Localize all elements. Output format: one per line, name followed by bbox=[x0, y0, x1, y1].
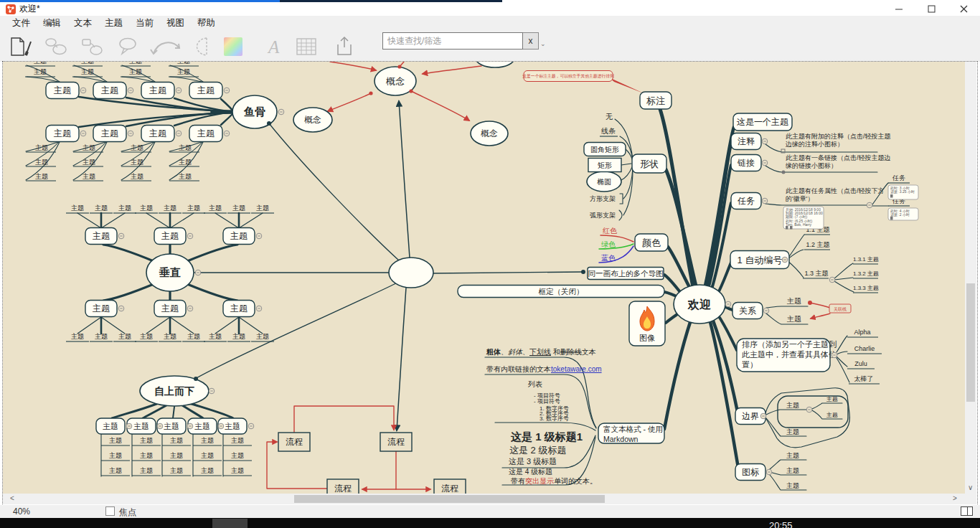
minimize-button[interactable] bbox=[883, 1, 915, 16]
mindmap-node-流程[interactable]: 流程 bbox=[380, 433, 412, 451]
collapse-toggle[interactable] bbox=[766, 469, 772, 475]
zoom-level[interactable]: 40% bbox=[13, 506, 30, 517]
scroll-right-icon[interactable]: > bbox=[953, 494, 957, 502]
mindmap-node-sort[interactable]: 排序（添加另一个子主题到此主题中，并查看其具体位置） bbox=[737, 339, 837, 372]
vertical-scrollbar-thumb[interactable] bbox=[966, 283, 975, 402]
mindmap-node-矩形[interactable]: 矩形 bbox=[588, 159, 621, 172]
mindmap-node-richtext[interactable]: 富文本格式 - 使用Markdown bbox=[598, 423, 664, 443]
mindmap-node-关系[interactable]: 关系 bbox=[732, 303, 763, 319]
task-badge[interactable]: 耗时: 3 小时进度: 3.25 小时 bbox=[888, 185, 918, 199]
font-icon[interactable]: A bbox=[261, 35, 284, 58]
collapse-toggle[interactable] bbox=[128, 131, 133, 136]
collapse-toggle[interactable] bbox=[187, 423, 193, 429]
mindmap-node-主题[interactable]: 主题 bbox=[46, 82, 79, 99]
collapse-toggle[interactable] bbox=[762, 138, 768, 144]
mindmap-node-形状[interactable]: 形状 bbox=[632, 154, 666, 173]
collapse-toggle[interactable] bbox=[256, 233, 262, 239]
collapse-toggle[interactable] bbox=[806, 407, 812, 412]
mindmap-node-概念[interactable]: 概念 bbox=[471, 121, 508, 146]
mindmap-node-垂直[interactable]: 垂直 bbox=[146, 254, 194, 291]
add-subtopic-icon[interactable] bbox=[80, 35, 103, 58]
search-options-caret-icon[interactable]: ⌄ bbox=[540, 40, 546, 47]
mindmap-node-主题[interactable]: 主题 bbox=[154, 301, 186, 317]
mindmap-node-链接[interactable]: 链接 bbox=[731, 155, 761, 171]
split-view-icon[interactable] bbox=[961, 506, 973, 516]
mindmap-node-主题[interactable]: 主题 bbox=[141, 126, 174, 142]
collapse-toggle[interactable] bbox=[762, 160, 768, 166]
collapse-toggle[interactable] bbox=[762, 198, 768, 204]
mindmap-node-1 自动编号[interactable]: 1 自动编号 bbox=[730, 251, 789, 269]
mindmap-node-流程[interactable]: 流程 bbox=[434, 479, 466, 494]
focus-checkbox[interactable] bbox=[105, 506, 115, 516]
mindmap-node-同一画布上的多个导图[interactable]: 同一画布上的多个导图 bbox=[588, 268, 664, 280]
collapse-toggle[interactable] bbox=[829, 277, 835, 283]
collapse-toggle[interactable] bbox=[763, 308, 769, 314]
close-button[interactable] bbox=[948, 1, 980, 16]
search-clear-button[interactable]: x bbox=[523, 32, 539, 50]
callout-bubble[interactable]: 这是一个标注主题，可以独立于其他主题进行排列 bbox=[522, 71, 644, 94]
menu-item[interactable]: 编辑 bbox=[37, 17, 67, 29]
mindmap-node-图标[interactable]: 图标 bbox=[735, 464, 765, 481]
mindmap-node-主题[interactable]: 主题 bbox=[189, 82, 222, 99]
mindmap-node-自上而下[interactable]: 自上而下 bbox=[140, 376, 209, 406]
collapse-toggle[interactable] bbox=[218, 423, 224, 429]
collapse-toggle[interactable] bbox=[118, 306, 124, 311]
new-note-icon[interactable] bbox=[9, 35, 32, 58]
mindmap-node-椭圆[interactable]: 椭圆 bbox=[587, 171, 621, 192]
menu-item[interactable]: 帮助 bbox=[191, 17, 222, 29]
mindmap-node-概念[interactable]: 概念 bbox=[293, 108, 332, 132]
collapse-toggle[interactable] bbox=[187, 233, 193, 239]
collapse-toggle[interactable] bbox=[224, 88, 230, 93]
collapse-toggle[interactable] bbox=[80, 131, 86, 136]
search-input[interactable] bbox=[382, 32, 523, 50]
mindmap-node-颜色[interactable]: 颜色 bbox=[635, 234, 668, 251]
task-badge[interactable]: 开始: 2016/12/18 9:00到期: 2016/12/18 16:00期… bbox=[783, 207, 824, 230]
collapse-toggle[interactable] bbox=[867, 202, 872, 208]
scroll-down-icon[interactable]: ∨ bbox=[968, 484, 973, 491]
collapse-toggle[interactable] bbox=[831, 352, 837, 358]
collapse-toggle[interactable] bbox=[782, 257, 788, 263]
maximize-button[interactable] bbox=[915, 1, 948, 16]
mindmap-node-主题[interactable]: 主题 bbox=[223, 228, 255, 245]
collapse-toggle[interactable] bbox=[256, 306, 262, 311]
mindmap-node-blank[interactable] bbox=[476, 62, 514, 67]
scroll-left-icon[interactable]: < bbox=[10, 494, 14, 502]
mindmap-node-主题[interactable]: 主题 bbox=[85, 228, 117, 245]
mindmap-node-圆角矩形[interactable]: 圆角矩形 bbox=[584, 143, 626, 156]
menu-item[interactable]: 文件 bbox=[6, 17, 37, 29]
collapse-toggle[interactable] bbox=[195, 270, 201, 275]
share-icon[interactable] bbox=[333, 35, 356, 58]
mindmap-node-主题[interactable]: 主题 bbox=[93, 126, 126, 142]
mindmap-node-主题[interactable]: 主题 bbox=[96, 418, 125, 434]
collapse-toggle[interactable] bbox=[725, 301, 731, 307]
mindmap-node-主题[interactable]: 主题 bbox=[85, 301, 117, 317]
mindmap-node-主题[interactable]: 主题 bbox=[141, 82, 174, 99]
mindmap-node-这是一个主题[interactable]: 这是一个主题 bbox=[733, 113, 792, 131]
task-badge[interactable]: 耗时: 4 小时进度: 2 小时 bbox=[888, 208, 918, 220]
collapse-toggle[interactable] bbox=[209, 388, 215, 394]
menu-item[interactable]: 视图 bbox=[160, 17, 191, 29]
mindmap-node-任务[interactable]: 任务 bbox=[731, 193, 761, 209]
collapse-toggle[interactable] bbox=[176, 131, 182, 136]
collapse-toggle[interactable] bbox=[157, 423, 163, 429]
collapse-toggle[interactable] bbox=[128, 88, 133, 93]
collapse-toggle[interactable] bbox=[80, 88, 86, 93]
mindmap-node-欢迎[interactable]: 欢迎 bbox=[674, 285, 725, 324]
mindmap-node-标注[interactable]: 标注 bbox=[640, 92, 672, 109]
menu-item[interactable]: 当前 bbox=[129, 17, 160, 29]
collapse-toggle[interactable] bbox=[118, 233, 124, 239]
collapse-toggle[interactable] bbox=[224, 131, 230, 136]
mindmap-node-主题[interactable]: 主题 bbox=[46, 126, 79, 142]
callout-icon[interactable] bbox=[116, 35, 139, 58]
mindmap-node-主题[interactable]: 主题 bbox=[93, 82, 126, 99]
mindmap-node-流程[interactable]: 流程 bbox=[278, 433, 310, 451]
mindmap-node-流程[interactable]: 流程 bbox=[327, 479, 359, 494]
add-topic-icon[interactable] bbox=[44, 35, 67, 58]
mindmap-node-主题[interactable]: 主题 bbox=[223, 301, 255, 317]
menu-item[interactable]: 主题 bbox=[98, 17, 129, 29]
taskbar-item[interactable] bbox=[212, 519, 248, 528]
collapse-toggle[interactable] bbox=[278, 109, 284, 115]
link-marker-icon[interactable] bbox=[782, 171, 786, 174]
mindmap-canvas[interactable]: 鱼骨垂直自上而下概念概念概念椭圆欢迎主题主题主题主题主题主题主题主题主题主题主题… bbox=[3, 62, 965, 494]
relationship-icon[interactable] bbox=[149, 35, 184, 58]
